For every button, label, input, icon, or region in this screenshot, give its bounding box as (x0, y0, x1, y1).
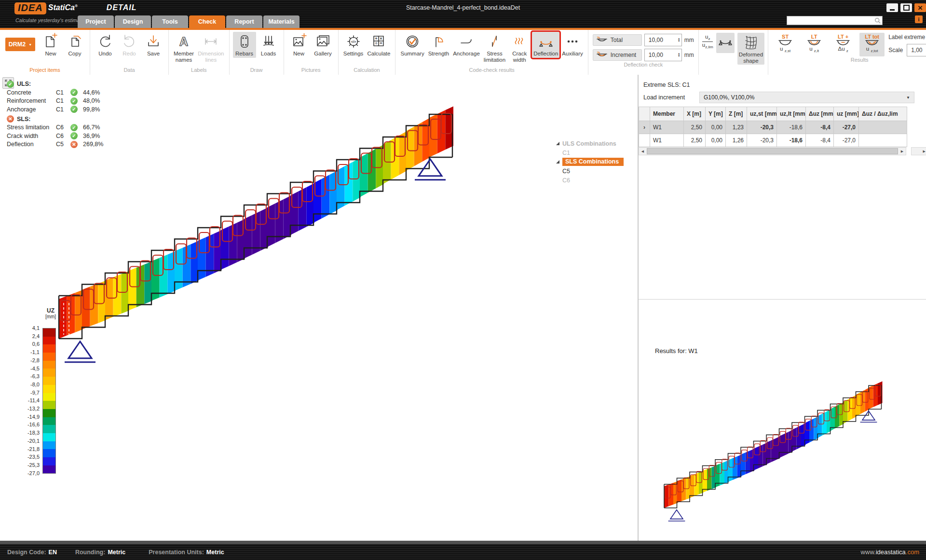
settings-button[interactable]: </>Settings (342, 32, 365, 58)
results-divider (639, 299, 926, 300)
table-hscrollbar-stub[interactable]: ▶ (911, 147, 926, 155)
calculate-button[interactable]: +×÷=Calculate (366, 32, 392, 58)
auxiliary-icon (564, 33, 581, 50)
table-cell: W1 (650, 134, 684, 147)
svg-text:%: % (597, 52, 600, 54)
tree-item-c1[interactable]: C1 (556, 148, 636, 157)
new-item-button[interactable]: New (39, 32, 62, 58)
rebars-label: Rebars (235, 51, 253, 57)
total-button[interactable]: %Total (593, 34, 642, 46)
deformed-shape-icon (742, 34, 760, 51)
table-row[interactable]: ›W12,500,001,23-20,3-18,6-8,4-27,0 (639, 121, 926, 134)
combination-tree: ULS CombinationsC1SLS CombinationsC5C6 (556, 139, 636, 185)
tab-materials[interactable]: Materials (263, 15, 300, 28)
new-picture-button[interactable]: New (287, 32, 311, 58)
deformed-shape-label: Deformed shape (739, 52, 763, 64)
result-mode-ztot[interactable]: LT totu z,tot (859, 33, 885, 56)
info-button[interactable]: i (915, 15, 923, 23)
result-mode-zst[interactable]: STu z,st (773, 33, 798, 56)
ribbon-group-pictures: NewGalleryPictures (284, 30, 339, 75)
website-link[interactable]: www.ideastatica.com (861, 548, 919, 556)
table-header-row: MemberX [m]Y [m]Z [m]uz,st [mm]uz,lt [mm… (639, 107, 926, 121)
stress-limitation-label: Stress limitation (484, 51, 505, 63)
new-picture-icon (290, 33, 308, 50)
tree-item-c5[interactable]: C5 (556, 166, 636, 176)
expander-icon[interactable] (556, 160, 560, 164)
close-button[interactable]: ✕ (914, 3, 926, 12)
load-increment-value: G100,0%, V100,0% (704, 94, 754, 101)
total-value: 10,00 (649, 37, 663, 43)
scroll-right-icon[interactable]: ▶ (899, 148, 906, 155)
tree-item-c6[interactable]: C6 (556, 176, 636, 185)
tab-project[interactable]: Project (78, 15, 114, 28)
rebars-icon (236, 33, 253, 50)
expander-icon[interactable] (556, 141, 560, 146)
ribbon-group-draw: RebarsLoadsDraw (230, 30, 284, 75)
gallery-label: Gallery (314, 51, 331, 57)
maximize-button[interactable] (900, 3, 912, 12)
result-mode-z[interactable]: LT +Δu z (831, 33, 856, 56)
table-cell: -18,6 (777, 134, 806, 147)
table-header-cell: Y [m] (706, 107, 726, 121)
rounding: Rounding:Metric (75, 549, 125, 556)
crack-icon (511, 33, 528, 50)
search-icon (874, 17, 881, 24)
spinner-arrows-icon[interactable]: ▲▼ (678, 38, 681, 42)
crack-width-button[interactable]: Crack width (508, 32, 531, 64)
ribbon-group-label: Results (770, 56, 926, 65)
tab-report[interactable]: Report (226, 15, 262, 28)
tab-check[interactable]: Check (189, 15, 225, 28)
ribbon-group-labels: AMember namesDimension linesLabels (169, 30, 230, 75)
document-title: Starcase-Mandrel_4-perfect_bond.ideaDet (0, 4, 926, 11)
redo-button[interactable]: Redo (118, 32, 141, 58)
tab-tools[interactable]: Tools (152, 15, 188, 28)
drm2-dropdown[interactable]: DRM2▼ (5, 38, 35, 51)
uz-ratio-icon: uzuz,lim (702, 34, 713, 50)
search-box[interactable] (787, 16, 883, 25)
table-hscrollbar[interactable]: ◀ ▶ (639, 147, 906, 155)
spinner-arrows-icon[interactable]: ▲▼ (678, 53, 681, 57)
deflection-shape-button[interactable] (716, 33, 735, 53)
label-extreme-button[interactable]: Label extreme (888, 34, 926, 41)
save-button[interactable]: Save (142, 32, 165, 58)
auxiliary-button[interactable]: Auxiliary (560, 32, 584, 58)
member-names-button[interactable]: AMember names (172, 32, 195, 64)
search-input[interactable] (787, 17, 874, 24)
summary-button[interactable]: Summary (399, 32, 425, 58)
total-value-spinner[interactable]: 10,00▲▼ (644, 34, 682, 46)
scroll-left-icon[interactable]: ◀ (639, 148, 646, 155)
results-panel: Extreme SLS: C1 Load increment G100,0%, … (639, 75, 926, 541)
table-row[interactable]: W12,500,001,26-20,3-18,6-8,4-27,0 (639, 134, 926, 147)
minimize-button[interactable] (886, 3, 898, 12)
ribbon-group-label: Draw (231, 67, 282, 75)
copy-item-button[interactable]: Copy (63, 32, 86, 58)
load-increment-dropdown[interactable]: G100,0%, V100,0% ▼ (699, 92, 914, 103)
calculate-icon: +×÷= (370, 33, 387, 50)
scrollbar-thumb[interactable] (647, 148, 898, 154)
table-cell: 0,00 (706, 121, 726, 134)
tree-group[interactable]: ULS Combinations (556, 139, 636, 148)
dimension-lines-button[interactable]: Dimension lines (196, 32, 225, 64)
deformed-shape-button[interactable]: Deformed shape (737, 33, 765, 65)
strength-button[interactable]: Strength (427, 32, 450, 58)
scale-spinner[interactable]: 1,00▲▼ (907, 44, 926, 56)
table-cell (859, 121, 907, 134)
tab-design[interactable]: Design (115, 15, 151, 28)
rebars-button[interactable]: Rebars (233, 32, 256, 58)
svg-text:÷: ÷ (375, 41, 378, 46)
table-header-cell: X [m] (684, 107, 706, 121)
increment-button[interactable]: %Increment (593, 49, 642, 61)
presentation-units: Presentation Units:Metric (149, 549, 224, 556)
anchorage-label: Anchorage (453, 51, 480, 57)
increment-value-spinner[interactable]: 10,00▲▼ (644, 49, 682, 61)
increment-value: 10,00 (649, 52, 663, 58)
svg-text:%: % (597, 37, 600, 39)
deflection-button[interactable]: Deflection (532, 32, 559, 58)
result-mode-zlt[interactable]: LTu z,lt (802, 33, 827, 56)
loads-button[interactable]: Loads (257, 32, 280, 58)
stress-limitation-button[interactable]: Stress limitation (482, 32, 507, 64)
undo-button[interactable]: Undo (94, 32, 117, 58)
tree-group[interactable]: SLS Combinations (556, 157, 636, 166)
anchorage-button[interactable]: Anchorage (451, 32, 481, 58)
gallery-button[interactable]: Gallery (312, 32, 335, 58)
